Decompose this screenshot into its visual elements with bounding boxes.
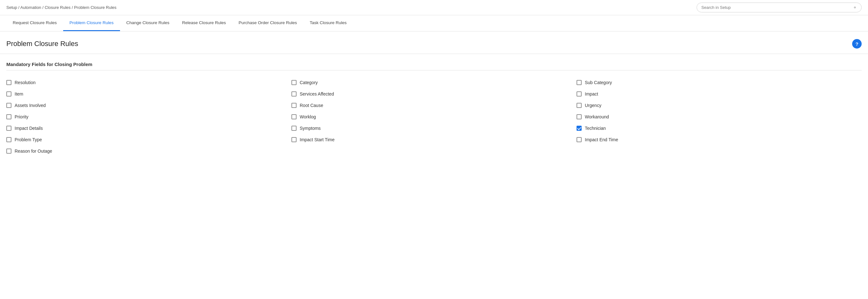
search-container[interactable]: ⚬ (696, 3, 862, 12)
checkbox-resolution[interactable] (6, 80, 11, 85)
field-col-2: Sub CategoryImpactUrgencyWorkaroundTechn… (577, 77, 862, 157)
field-col-0: ResolutionItemAssets InvolvedPriorityImp… (6, 77, 291, 157)
field-item-resolution: Resolution (6, 77, 291, 88)
checkbox-reason-for-outage[interactable] (6, 148, 11, 154)
field-item-symptoms: Symptoms (291, 123, 577, 134)
checkbox-impact[interactable] (577, 91, 582, 97)
label-item: Item (14, 91, 23, 97)
field-item-services-affected: Services Affected (291, 88, 577, 100)
label-impact-details: Impact Details (14, 126, 43, 131)
label-services-affected: Services Affected (300, 91, 334, 97)
field-item-category: Category (291, 77, 577, 88)
label-workaround: Workaround (585, 114, 609, 119)
tab-purchase[interactable]: Purchase Order Closure Rules (232, 15, 304, 31)
field-item-impact-start-time: Impact Start Time (291, 134, 577, 145)
tab-task[interactable]: Task Closure Rules (303, 15, 353, 31)
label-symptoms: Symptoms (300, 126, 321, 131)
label-impact: Impact (585, 91, 598, 97)
label-reason-for-outage: Reason for Outage (14, 148, 52, 154)
checkbox-worklog[interactable] (291, 114, 297, 119)
tab-release[interactable]: Release Closure Rules (176, 15, 232, 31)
checkbox-urgency[interactable] (577, 103, 582, 108)
page-header: Problem Closure Rules ? (0, 31, 868, 54)
label-worklog: Worklog (300, 114, 316, 119)
field-item-urgency: Urgency (577, 100, 862, 111)
label-impact-end-time: Impact End Time (585, 137, 618, 142)
label-assets-involved: Assets Involved (14, 103, 46, 108)
search-input[interactable] (701, 5, 850, 10)
label-problem-type: Problem Type (14, 137, 42, 142)
field-item-impact-details: Impact Details (6, 123, 291, 134)
label-sub-category: Sub Category (585, 80, 612, 85)
label-root-cause: Root Cause (300, 103, 323, 108)
fields-grid: ResolutionItemAssets InvolvedPriorityImp… (6, 77, 862, 157)
label-priority: Priority (14, 114, 29, 119)
field-col-1: CategoryServices AffectedRoot CauseWorkl… (291, 77, 577, 157)
field-item-impact: Impact (577, 88, 862, 100)
tab-problem[interactable]: Problem Closure Rules (63, 15, 120, 31)
field-item-impact-end-time: Impact End Time (577, 134, 862, 145)
checkbox-item[interactable] (6, 91, 11, 97)
checkbox-impact-details[interactable] (6, 126, 11, 131)
checkbox-problem-type[interactable] (6, 137, 11, 142)
field-item-reason-for-outage: Reason for Outage (6, 145, 291, 157)
section-title: Mandatory Fields for Closing Problem (6, 62, 862, 70)
top-bar: Setup / Automation / Closure Rules / Pro… (0, 0, 868, 15)
tabs-bar: Request Closure RulesProblem Closure Rul… (0, 15, 868, 31)
field-item-sub-category: Sub Category (577, 77, 862, 88)
checkbox-sub-category[interactable] (577, 80, 582, 85)
checkbox-workaround[interactable] (577, 114, 582, 119)
checkbox-impact-start-time[interactable] (291, 137, 297, 142)
breadcrumb: Setup / Automation / Closure Rules / Pro… (6, 5, 117, 10)
label-category: Category (300, 80, 318, 85)
field-item-technician: Technician (577, 123, 862, 134)
field-item-item: Item (6, 88, 291, 100)
tab-change[interactable]: Change Closure Rules (120, 15, 176, 31)
field-item-problem-type: Problem Type (6, 134, 291, 145)
label-technician: Technician (585, 126, 606, 131)
checkbox-priority[interactable] (6, 114, 11, 119)
checkbox-symptoms[interactable] (291, 126, 297, 131)
checkbox-services-affected[interactable] (291, 91, 297, 97)
field-item-priority: Priority (6, 111, 291, 123)
checkbox-root-cause[interactable] (291, 103, 297, 108)
checkbox-impact-end-time[interactable] (577, 137, 582, 142)
checkbox-assets-involved[interactable] (6, 103, 11, 108)
checkbox-category[interactable] (291, 80, 297, 85)
field-item-workaround: Workaround (577, 111, 862, 123)
help-button[interactable]: ? (852, 39, 862, 48)
field-item-root-cause: Root Cause (291, 100, 577, 111)
label-urgency: Urgency (585, 103, 601, 108)
checkbox-technician[interactable] (577, 126, 582, 131)
tab-request[interactable]: Request Closure Rules (6, 15, 63, 31)
field-item-assets-involved: Assets Involved (6, 100, 291, 111)
label-resolution: Resolution (14, 80, 36, 85)
page-title: Problem Closure Rules (6, 40, 78, 48)
mandatory-fields-section: Mandatory Fields for Closing Problem Res… (0, 54, 868, 164)
field-item-worklog: Worklog (291, 111, 577, 123)
search-icon: ⚬ (853, 4, 857, 10)
label-impact-start-time: Impact Start Time (300, 137, 335, 142)
